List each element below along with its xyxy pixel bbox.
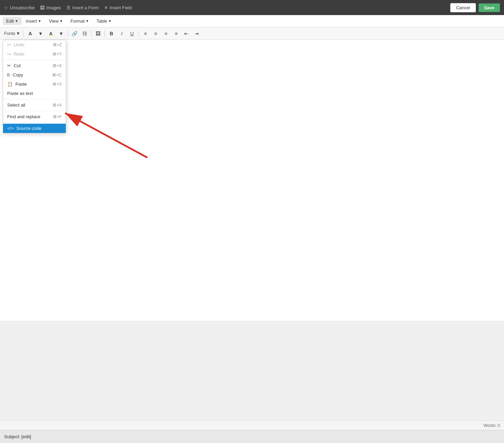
indent-decrease-button[interactable]: ⇤ [182, 29, 191, 38]
menu-edit[interactable]: Edit ▼ [3, 17, 22, 25]
bg-color-button[interactable]: A [46, 29, 56, 38]
bold-button[interactable]: B [107, 29, 116, 38]
undo-icon: ↩ [7, 42, 11, 47]
font-color-button[interactable]: A [25, 29, 35, 38]
toolbar-sep-4 [105, 30, 105, 37]
align-right-button[interactable]: ≡ [161, 29, 171, 38]
paste-label: Paste [15, 82, 27, 87]
indent-increase-button[interactable]: ⇥ [192, 29, 201, 38]
copy-shortcut: ⌘+C [52, 73, 62, 77]
toolbar-sep-1 [23, 30, 24, 37]
menu-edit-caret: ▼ [15, 19, 18, 23]
redo-shortcut: ⌘+Y [52, 52, 62, 57]
divider-3 [3, 111, 66, 111]
menu-item-undo[interactable]: ↩ Undo ⌘+Z [3, 40, 66, 49]
undo-shortcut: ⌘+Z [53, 42, 62, 47]
font-family-dropdown[interactable]: Fonts ▼ [3, 29, 22, 38]
cut-shortcut: ⌘+X [52, 63, 62, 68]
redo-label: Redo [14, 51, 24, 57]
paste-icon: 📋 [7, 82, 13, 87]
images-icon: 🖼 [40, 5, 45, 10]
menu-item-paste-as-text[interactable]: Paste as text [3, 89, 66, 98]
insert-form-button[interactable]: ☰ Insert a Form [66, 5, 99, 10]
unsubscribe-button[interactable]: ☆ Unsubscribe [4, 5, 35, 10]
menu-insert-caret: ▼ [38, 19, 41, 23]
menu-table[interactable]: Table ▼ [93, 17, 115, 25]
editor-area[interactable] [0, 40, 504, 321]
menu-format-label: Format [71, 19, 85, 24]
insert-form-icon: ☰ [66, 5, 71, 10]
menu-format[interactable]: Format ▼ [67, 17, 93, 25]
find-replace-shortcut: ⌘+F [53, 114, 62, 119]
align-justify-button[interactable]: ≡ [171, 29, 181, 38]
divider-4 [3, 122, 66, 123]
font-family-caret: ▼ [16, 31, 21, 36]
insert-field-label: Insert Field [110, 5, 132, 10]
insert-field-button[interactable]: ✕ Insert Field [104, 5, 132, 10]
select-all-label: Select all [7, 102, 25, 108]
image-button[interactable]: 🖼 [93, 29, 103, 38]
copy-icon: ⎘ [7, 72, 10, 77]
divider-2 [3, 99, 66, 99]
align-center-button[interactable]: ≡ [151, 29, 160, 38]
undo-label: Undo [14, 42, 24, 47]
top-bar-left: ☆ Unsubscribe 🖼 Images ☰ Insert a Form ✕… [4, 5, 132, 10]
top-bar-right: Cancel Save [450, 3, 500, 12]
paste-shortcut: ⌘+V [52, 82, 62, 87]
top-bar: ☆ Unsubscribe 🖼 Images ☰ Insert a Form ✕… [0, 0, 504, 15]
toolbar-sep-5 [138, 30, 139, 37]
menu-view-caret: ▼ [60, 19, 63, 23]
divider-1 [3, 60, 66, 60]
unsubscribe-icon: ☆ [4, 5, 8, 10]
source-code-icon: </> [7, 126, 14, 131]
images-label: Images [46, 5, 61, 10]
underline-button[interactable]: U [127, 29, 137, 38]
menu-bar: Edit ▼ Insert ▼ View ▼ Format ▼ Table ▼ [0, 15, 504, 27]
save-button[interactable]: Save [479, 3, 500, 12]
cut-icon: ✂ [7, 63, 11, 68]
align-left-button[interactable]: ≡ [140, 29, 150, 38]
menu-item-cut[interactable]: ✂ Cut ⌘+X [3, 61, 66, 70]
menu-format-caret: ▼ [86, 19, 89, 23]
edit-dropdown-menu: ↩ Undo ⌘+Z ↪ Redo ⌘+Y ✂ Cut ⌘+X ⎘ Copy [3, 40, 66, 133]
find-replace-label: Find and replace [7, 114, 40, 119]
insert-form-label: Insert a Form [72, 5, 99, 10]
menu-insert-label: Insert [26, 19, 37, 24]
font-color-dropdown[interactable]: ▼ [36, 29, 45, 38]
menu-item-source-code[interactable]: </> Source code [3, 124, 66, 133]
menu-item-paste[interactable]: 📋 Paste ⌘+V [3, 79, 66, 89]
menu-view[interactable]: View ▼ [46, 17, 66, 25]
toolbar-sep-2 [67, 30, 68, 37]
unlink-button[interactable]: ⛓ [80, 29, 89, 38]
redo-icon: ↪ [7, 51, 11, 57]
menu-item-redo[interactable]: ↪ Redo ⌘+Y [3, 49, 66, 59]
toolbar-sep-3 [91, 30, 91, 37]
menu-table-label: Table [97, 19, 107, 24]
menu-insert[interactable]: Insert ▼ [22, 17, 45, 25]
menu-view-label: View [49, 19, 59, 24]
cancel-button[interactable]: Cancel [450, 3, 476, 12]
editor-content[interactable] [0, 40, 504, 321]
bg-color-dropdown[interactable]: ▼ [56, 29, 66, 38]
select-all-shortcut: ⌘+A [52, 103, 62, 108]
toolbar: Fonts ▼ A ▼ A ▼ 🔗 ⛓ 🖼 B I U ≡ ≡ ≡ ≡ ⇤ ⇥ [0, 27, 504, 40]
copy-label: Copy [13, 72, 23, 77]
images-button[interactable]: 🖼 Images [40, 5, 61, 10]
link-button[interactable]: 🔗 [70, 29, 79, 38]
cut-label: Cut [14, 63, 21, 68]
insert-field-icon: ✕ [104, 5, 108, 10]
menu-item-copy[interactable]: ⎘ Copy ⌘+C [3, 70, 66, 79]
menu-item-select-all[interactable]: Select all ⌘+A [3, 100, 66, 110]
source-code-label: Source code [16, 126, 41, 131]
font-family-label: Fonts [4, 31, 15, 36]
italic-button[interactable]: I [117, 29, 126, 38]
menu-item-find-replace[interactable]: Find and replace ⌘+F [3, 112, 66, 121]
unsubscribe-label: Unsubscribe [10, 5, 35, 10]
menu-table-caret: ▼ [108, 19, 112, 23]
menu-edit-label: Edit [6, 19, 14, 24]
paste-as-text-label: Paste as text [7, 91, 33, 96]
